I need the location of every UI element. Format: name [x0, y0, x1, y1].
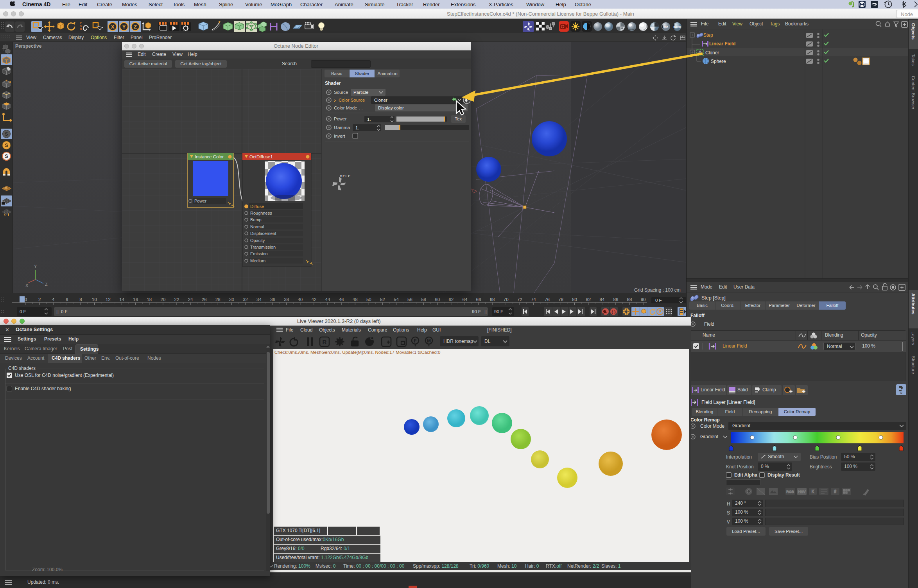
- svg-text:18: 18: [147, 297, 152, 302]
- svg-text:Grid Spacing : 100 cm: Grid Spacing : 100 cm: [634, 287, 681, 293]
- svg-text:Step: Step: [703, 32, 713, 38]
- svg-text:R: R: [323, 339, 327, 345]
- svg-text:Emission: Emission: [250, 251, 268, 256]
- svg-text:84: 84: [599, 297, 604, 302]
- svg-text:14: 14: [119, 297, 124, 302]
- svg-text:P: P: [80, 22, 82, 24]
- svg-text:42: 42: [312, 297, 317, 302]
- svg-text:72: 72: [517, 297, 522, 302]
- svg-text:22: 22: [174, 297, 179, 302]
- svg-text:Transmission: Transmission: [250, 245, 276, 249]
- svg-text:6: 6: [66, 297, 68, 302]
- svg-text:52: 52: [380, 297, 385, 302]
- svg-text:68: 68: [490, 297, 495, 302]
- svg-text:20: 20: [161, 297, 166, 302]
- svg-text:R: R: [80, 28, 82, 30]
- svg-text:38: 38: [284, 297, 289, 302]
- svg-text:M: M: [427, 338, 431, 344]
- svg-text:Linear Field: Linear Field: [709, 41, 735, 47]
- svg-text:Y: Y: [122, 24, 126, 30]
- svg-text:40: 40: [298, 297, 303, 302]
- svg-text:0: 0: [25, 297, 27, 302]
- svg-text:Instance Color: Instance Color: [195, 154, 224, 159]
- svg-text:64: 64: [463, 297, 468, 302]
- svg-text:90 F: 90 F: [494, 309, 503, 314]
- svg-text:Sphere: Sphere: [711, 59, 726, 64]
- svg-text:Y: Y: [34, 264, 37, 269]
- svg-text:90 F: 90 F: [472, 309, 481, 314]
- svg-text:82: 82: [586, 297, 591, 302]
- svg-text:12: 12: [106, 297, 111, 302]
- svg-text:HELP: HELP: [340, 174, 351, 178]
- svg-text:Color Mode: Color Mode: [334, 106, 357, 110]
- svg-text:Cloner: Cloner: [705, 50, 719, 56]
- svg-text:0 F: 0 F: [61, 309, 68, 314]
- svg-text:Gamma: Gamma: [334, 125, 350, 130]
- svg-text:Source: Source: [334, 90, 348, 95]
- svg-text:76: 76: [545, 297, 550, 302]
- svg-text:0 F: 0 F: [20, 309, 26, 314]
- svg-text:HSV: HSV: [798, 490, 806, 494]
- svg-text:32: 32: [243, 297, 248, 302]
- svg-text:62: 62: [448, 297, 454, 302]
- svg-text:S: S: [5, 143, 8, 148]
- svg-text:G: G: [900, 391, 902, 394]
- svg-text:48: 48: [353, 297, 358, 302]
- svg-text:MIX: MIX: [663, 25, 668, 28]
- svg-text:BLEND: BLEND: [674, 26, 681, 28]
- svg-text:86: 86: [613, 297, 619, 302]
- svg-text:56: 56: [407, 297, 412, 302]
- svg-text:Color Source: Color Source: [339, 98, 365, 102]
- svg-text:78: 78: [558, 297, 563, 302]
- svg-text:||: ||: [484, 309, 487, 314]
- svg-text:Tex: Tex: [455, 117, 462, 121]
- svg-text:1.: 1.: [355, 125, 359, 130]
- svg-text:Bump: Bump: [250, 217, 262, 222]
- svg-text:58: 58: [421, 297, 426, 302]
- svg-text:2: 2: [38, 297, 41, 302]
- svg-text:8: 8: [79, 297, 82, 302]
- svg-text:Opacity: Opacity: [250, 238, 265, 243]
- svg-text:70: 70: [504, 297, 509, 302]
- svg-text:Particle: Particle: [353, 90, 368, 95]
- svg-text:4: 4: [52, 297, 55, 302]
- svg-text:36: 36: [270, 297, 275, 302]
- svg-text:Displacement: Displacement: [250, 231, 276, 236]
- svg-text:10: 10: [92, 297, 97, 302]
- svg-text:34: 34: [256, 297, 262, 302]
- svg-text:Z: Z: [134, 24, 137, 30]
- svg-text:50: 50: [366, 297, 371, 302]
- svg-text:S: S: [5, 154, 8, 159]
- svg-text:||: ||: [56, 309, 59, 314]
- svg-text:26: 26: [202, 297, 207, 302]
- svg-text:S: S: [80, 25, 82, 27]
- svg-text:Power: Power: [194, 199, 207, 203]
- svg-text:90: 90: [641, 297, 646, 302]
- svg-text:80: 80: [572, 297, 577, 302]
- svg-text:Z: Z: [45, 282, 48, 287]
- svg-text:Normal: Normal: [250, 224, 264, 229]
- svg-text:24: 24: [188, 297, 193, 302]
- svg-text:Invert: Invert: [334, 134, 346, 138]
- svg-text:Cloner: Cloner: [374, 98, 387, 102]
- svg-text:1.: 1.: [367, 117, 371, 122]
- svg-text:60: 60: [435, 297, 440, 302]
- svg-text:K: K: [812, 489, 814, 494]
- svg-text:66: 66: [476, 297, 481, 302]
- svg-text:S: S: [5, 131, 8, 137]
- svg-text:X: X: [25, 283, 29, 288]
- svg-text:30: 30: [229, 297, 234, 302]
- svg-text:Diffuse: Diffuse: [250, 204, 264, 209]
- svg-text:16: 16: [133, 297, 138, 302]
- svg-text:. .: . .: [359, 106, 363, 110]
- svg-text:#: #: [834, 489, 836, 494]
- svg-text:Roughness: Roughness: [250, 211, 272, 215]
- svg-text:( ): ( ): [611, 310, 616, 314]
- svg-text:Display color: Display color: [378, 106, 404, 110]
- svg-text:X: X: [111, 24, 115, 30]
- svg-text:Medium: Medium: [250, 258, 265, 263]
- svg-text:44: 44: [325, 297, 330, 302]
- svg-text:88: 88: [627, 297, 632, 302]
- svg-text:46: 46: [339, 297, 344, 302]
- svg-text:54: 54: [394, 297, 399, 302]
